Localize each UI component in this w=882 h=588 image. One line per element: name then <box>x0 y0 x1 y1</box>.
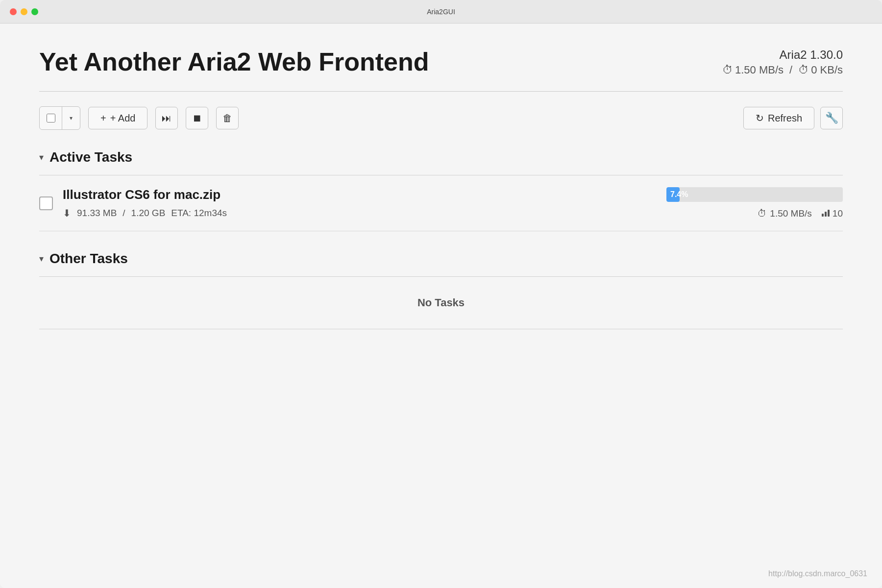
footer: http://blog.csdn.marco_0631 <box>768 569 867 578</box>
app-header: Yet Another Aria2 Web Frontend Aria2 1.3… <box>39 48 843 76</box>
titlebar: Aria2GUI <box>0 0 882 24</box>
footer-url: http://blog.csdn.marco_0631 <box>768 569 867 578</box>
active-tasks-toggle[interactable]: ▾ <box>39 152 44 163</box>
version-label: Aria2 1.30.0 <box>722 48 843 62</box>
other-tasks-title: Other Tasks <box>49 251 128 267</box>
speed-clock-icon: ⏱ <box>758 208 767 219</box>
download-icon: ⬇ <box>63 207 71 219</box>
toolbar-right: ↻ Refresh 🔧 <box>743 107 843 129</box>
speed-info: ⏱ 1.50 MB/s / ⏱ 0 KB/s <box>722 64 843 76</box>
task-downloaded: 91.33 MB <box>77 208 117 219</box>
no-tasks-label: No Tasks <box>39 277 843 329</box>
minimize-button[interactable] <box>21 8 27 15</box>
window-controls <box>10 8 38 15</box>
other-tasks-header: ▾ Other Tasks <box>39 251 843 267</box>
task-speed: 1.50 MB/s <box>770 208 812 219</box>
add-icon: + <box>100 113 106 124</box>
pause-button[interactable]: ⏹ <box>186 107 208 129</box>
settings-button[interactable]: 🔧 <box>820 107 843 129</box>
task-name: Illustrator CS6 for mac.zip <box>63 187 647 202</box>
upload-speed: ⏱ 0 KB/s <box>798 64 843 76</box>
toolbar-left: ▾ <box>39 106 80 130</box>
select-all-checkbox[interactable] <box>47 114 55 122</box>
progress-bar-container: 7.4% <box>666 187 843 202</box>
trash-icon: 🗑 <box>222 113 232 124</box>
signal-bar-1 <box>822 214 824 217</box>
speed-stat: ⏱ 1.50 MB/s <box>758 208 812 219</box>
select-dropdown[interactable]: ▾ <box>62 107 80 129</box>
main-content: Yet Another Aria2 Web Frontend Aria2 1.3… <box>0 24 882 588</box>
progress-text: 7.4% <box>670 190 688 199</box>
app-window: Aria2GUI Yet Another Aria2 Web Frontend … <box>0 0 882 588</box>
delete-button[interactable]: 🗑 <box>216 107 239 129</box>
connections-stat: 10 <box>822 208 843 219</box>
resume-button[interactable]: ⏭ <box>155 107 178 129</box>
signal-bar-3 <box>828 210 830 217</box>
upload-speed-value: 0 KB/s <box>811 64 843 76</box>
task-eta: ETA: 12m34s <box>171 208 227 219</box>
signal-bars <box>822 208 830 217</box>
close-button[interactable] <box>10 8 17 15</box>
task-connections: 10 <box>833 208 843 219</box>
task-size-sep: / <box>122 208 125 219</box>
download-speed-value: 1.50 MB/s <box>735 64 784 76</box>
select-all-group: ▾ <box>39 106 80 130</box>
clock-icon: ⏱ <box>722 64 733 76</box>
upload-icon: ⏱ <box>798 64 809 76</box>
other-tasks-section: ▾ Other Tasks No Tasks <box>39 251 843 329</box>
app-title: Yet Another Aria2 Web Frontend <box>39 48 429 76</box>
active-tasks-title: Active Tasks <box>49 149 132 165</box>
refresh-button[interactable]: ↻ Refresh <box>743 107 814 129</box>
other-tasks-toggle[interactable]: ▾ <box>39 253 44 264</box>
add-label: + Add <box>110 113 136 124</box>
task-right: 7.4% ⏱ 1.50 MB/s <box>647 187 843 219</box>
task-total: 1.20 GB <box>131 208 166 219</box>
refresh-label: Refresh <box>768 113 802 124</box>
select-all-checkbox-area[interactable] <box>40 107 62 129</box>
maximize-button[interactable] <box>31 8 38 15</box>
toolbar: ▾ + + Add ⏭ ⏹ 🗑 ↻ Refresh <box>39 106 843 130</box>
resume-icon: ⏭ <box>162 113 172 124</box>
header-divider <box>39 91 843 92</box>
active-tasks-header: ▾ Active Tasks <box>39 149 843 165</box>
task-checkbox[interactable] <box>39 196 53 210</box>
version-info: Aria2 1.30.0 ⏱ 1.50 MB/s / ⏱ 0 KB/s <box>722 48 843 76</box>
pause-icon: ⏹ <box>192 113 202 124</box>
active-tasks-section: ▾ Active Tasks Illustrator CS6 for mac.z… <box>39 149 843 231</box>
task-row: Illustrator CS6 for mac.zip ⬇ 91.33 MB /… <box>39 175 843 231</box>
signal-icon <box>822 208 830 219</box>
wrench-icon: 🔧 <box>825 112 838 124</box>
refresh-icon: ↻ <box>756 112 764 124</box>
progress-bar: 7.4% <box>666 187 680 202</box>
download-speed: ⏱ 1.50 MB/s <box>722 64 784 76</box>
speed-divider: / <box>789 64 792 76</box>
task-info: Illustrator CS6 for mac.zip ⬇ 91.33 MB /… <box>63 187 647 219</box>
window-title: Aria2GUI <box>427 8 455 16</box>
task-stats: ⏱ 1.50 MB/s 10 <box>758 208 843 219</box>
task-meta: ⬇ 91.33 MB / 1.20 GB ETA: 12m34s <box>63 207 647 219</box>
signal-bar-2 <box>825 212 827 217</box>
add-button[interactable]: + + Add <box>88 107 147 129</box>
